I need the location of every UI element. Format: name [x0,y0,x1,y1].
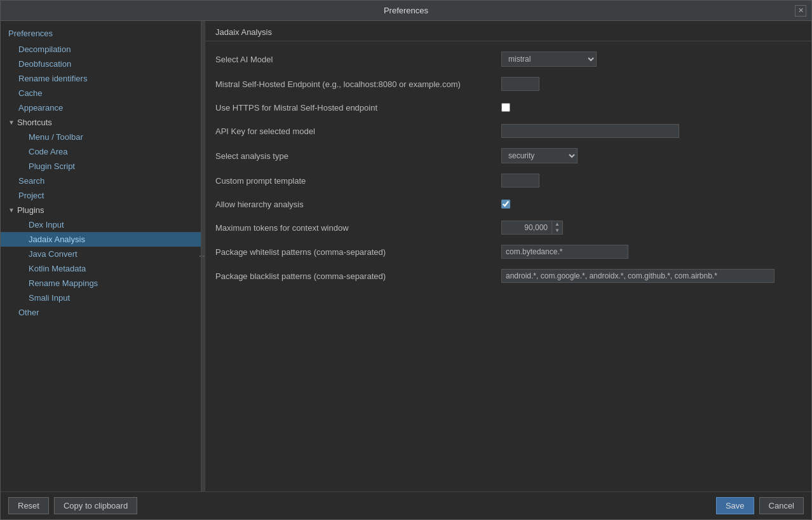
label-api-key: API Key for selected model [215,127,501,136]
spinner-up-button[interactable]: ▲ [552,221,562,228]
sidebar-item-cache[interactable]: Cache [1,86,201,100]
reset-button[interactable]: Reset [8,497,49,514]
preferences-dialog: Preferences ✕ Preferences Decompilation … [0,0,812,520]
sidebar-item-code-area[interactable]: Code Area [1,144,201,159]
sidebar-item-other[interactable]: Other [1,305,201,320]
sidebar-item-kotlin-metadata[interactable]: Kotlin Metadata [1,261,201,276]
sidebar-item-rename-mappings[interactable]: Rename Mappings [1,276,201,291]
control-blacklist [501,269,801,283]
label-blacklist: Package blacklist patterns (comma-separa… [215,271,501,281]
sidebar-item-jadaix-analysis[interactable]: Jadaix Analysis [1,232,201,247]
sidebar-item-plugin-script[interactable]: Plugin Script [1,159,201,174]
max-tokens-spinner: ▲ ▼ [501,221,563,235]
sidebar-item-deobfuscation[interactable]: Deobfuscation [1,57,201,71]
setting-row-api-key: API Key for selected model [215,119,801,143]
sidebar-item-decompilation[interactable]: Decompilation [1,42,201,57]
section-title: Jadaix Analysis [205,21,811,41]
shortcuts-children: Menu / Toolbar Code Area Plugin Script [1,130,201,174]
label-select-ai-model: Select AI Model [215,55,501,64]
label-allow-hierarchy: Allow hierarchy analysis [215,200,501,209]
sidebar-item-java-convert[interactable]: Java Convert [1,247,201,261]
sidebar-top-label[interactable]: Preferences [1,26,201,42]
allow-hierarchy-checkbox[interactable] [501,200,510,209]
sidebar-item-project[interactable]: Project [1,188,201,203]
mistral-endpoint-input[interactable] [501,77,539,91]
chevron-down-icon-plugins: ▼ [8,207,15,214]
sidebar-section-plugins[interactable]: ▼ Plugins [1,203,201,217]
label-use-https: Use HTTPS for Mistral Self-Hosted endpoi… [215,103,501,113]
sidebar-item-search[interactable]: Search [1,174,201,188]
api-key-input[interactable] [501,124,679,138]
select-ai-model-dropdown[interactable]: mistral gpt-4 claude gemini [501,51,597,67]
dialog-body: Preferences Decompilation Deobfuscation … [1,21,811,491]
sidebar-section-shortcuts[interactable]: ▼ Shortcuts [1,115,201,130]
sidebar-item-menu-toolbar[interactable]: Menu / Toolbar [1,130,201,144]
chevron-down-icon: ▼ [8,119,15,126]
label-max-tokens: Maximum tokens for context window [215,223,501,233]
sidebar-item-rename-identifiers[interactable]: Rename identifiers [1,71,201,86]
spinner-buttons: ▲ ▼ [552,221,563,235]
setting-row-blacklist: Package blacklist patterns (comma-separa… [215,264,801,288]
setting-row-analysis-type: Select analysis type security performanc… [215,143,801,168]
label-whitelist: Package whitelist patterns (comma-separa… [215,247,501,257]
setting-row-use-https: Use HTTPS for Mistral Self-Hosted endpoi… [215,96,801,119]
close-button[interactable]: ✕ [795,5,806,17]
blacklist-input[interactable] [501,269,775,283]
use-https-checkbox[interactable] [501,103,510,112]
dialog-title: Preferences [384,6,428,15]
sidebar-item-dex-input[interactable]: Dex Input [1,217,201,232]
control-select-ai-model: mistral gpt-4 claude gemini [501,51,801,67]
main-content: Jadaix Analysis Select AI Model mistral … [205,21,811,491]
setting-row-mistral-endpoint: Mistral Self-Hosted Endpoint (e.g., loca… [215,72,801,96]
control-allow-hierarchy [501,200,801,209]
spinner-down-button[interactable]: ▼ [552,228,562,234]
setting-row-max-tokens: Maximum tokens for context window ▲ ▼ [215,216,801,240]
title-bar: Preferences ✕ [1,1,811,21]
control-custom-prompt [501,174,801,188]
max-tokens-input[interactable] [501,221,552,235]
sidebar-item-smali-input[interactable]: Smali Input [1,291,201,305]
cancel-button[interactable]: Cancel [759,497,804,514]
sidebar: Preferences Decompilation Deobfuscation … [1,21,201,491]
label-custom-prompt: Custom prompt template [215,176,501,186]
control-analysis-type: security performance quality custom [501,148,801,163]
label-mistral-endpoint: Mistral Self-Hosted Endpoint (e.g., loca… [215,79,501,89]
footer-right: Save Cancel [716,497,804,514]
whitelist-input[interactable] [501,245,628,259]
footer: Reset Copy to clipboard Save Cancel [1,491,811,519]
setting-row-custom-prompt: Custom prompt template [215,168,801,193]
save-button[interactable]: Save [716,497,754,514]
analysis-type-dropdown[interactable]: security performance quality custom [501,148,578,163]
sidebar-item-appearance[interactable]: Appearance [1,100,201,115]
plugins-children: Dex Input Jadaix Analysis Java Convert K… [1,217,201,305]
control-api-key [501,124,801,138]
control-whitelist [501,245,801,259]
copy-to-clipboard-button[interactable]: Copy to clipboard [54,497,137,514]
custom-prompt-input[interactable] [501,174,539,188]
setting-row-allow-hierarchy: Allow hierarchy analysis [215,193,801,216]
setting-row-whitelist: Package whitelist patterns (comma-separa… [215,240,801,264]
setting-row-select-ai-model: Select AI Model mistral gpt-4 claude gem… [215,46,801,72]
control-max-tokens: ▲ ▼ [501,221,801,235]
label-analysis-type: Select analysis type [215,151,501,161]
control-mistral-endpoint [501,77,801,91]
control-use-https [501,103,801,112]
settings-area: Select AI Model mistral gpt-4 claude gem… [205,41,811,293]
